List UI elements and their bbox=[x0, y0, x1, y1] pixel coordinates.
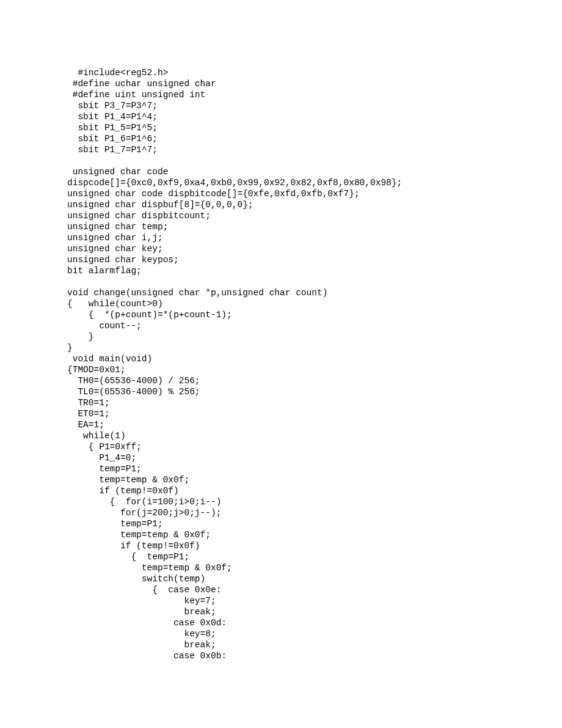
code-block: #include<reg52.h> #define uchar unsigned… bbox=[67, 68, 402, 661]
code-page: #include<reg52.h> #define uchar unsigned… bbox=[0, 0, 562, 661]
